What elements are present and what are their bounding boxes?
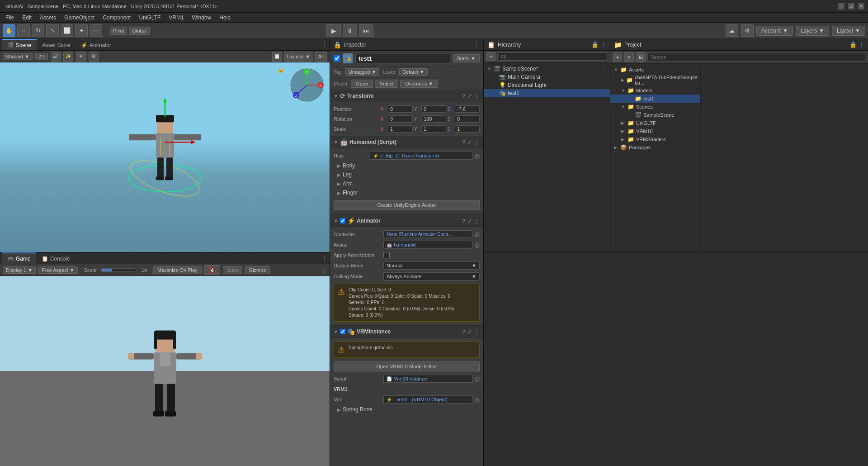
folder-models[interactable]: ▼ 📁 Models [610,86,700,95]
menu-component[interactable]: Component [99,14,134,22]
account-btn[interactable]: Account ▼ [756,26,793,36]
layout-btn[interactable]: Layout ▼ [832,26,865,36]
avatar-ref[interactable]: 🤖 humanoid [383,241,473,249]
vrm-vrm-target-btn[interactable]: ◎ [475,396,480,403]
2d-btn[interactable]: 2D [35,53,48,60]
humanoid-more-btn[interactable]: ⋮ [474,139,480,146]
layer-dropdown[interactable]: Default ▼ [399,68,428,76]
global-btn[interactable]: Global [129,27,150,35]
shading-dropdown[interactable]: Shaded ▼ [3,53,33,60]
minimize-btn[interactable]: ─ [838,3,844,10]
animator-help-btn[interactable]: ? [462,218,465,224]
step-btn[interactable]: ⏭ [359,24,373,37]
humanoid-snap-btn[interactable]: ⤢ [467,139,472,146]
update-mode-dropdown[interactable]: Normal ▼ [383,262,480,270]
tab-animator[interactable]: ⚡ Animator [75,39,117,50]
tab-asset-store[interactable]: Asset Store [37,39,75,50]
folder-vrmshaders[interactable]: ▶ 📁 VRMShaders [610,135,700,143]
animator-section-header[interactable]: ▼ ⚡ Animator ? ⤢ ⋮ [330,215,483,227]
object-name[interactable]: test1 [355,54,450,63]
project-list-view-btn[interactable]: ≡ [624,52,634,62]
scale-y[interactable] [421,125,446,133]
animator-more-btn[interactable]: ⋮ [474,218,480,224]
project-add-btn[interactable]: + [613,52,622,62]
rot-x[interactable] [388,115,413,123]
body-foldout[interactable]: ▶ Body [330,161,483,170]
stats-btn[interactable]: Stats [223,266,242,274]
hips-ref[interactable]: ⚡ J_Bip_C_Hips (Transform) [370,152,473,160]
mute-btn[interactable]: 🔇 [204,265,220,275]
vrm-script-ref[interactable]: 📄 Vrm10Instance [383,375,473,383]
folder-samplescene[interactable]: 🎬 SampleScene [610,111,700,119]
vrm-snap-btn[interactable]: ⤢ [467,328,472,335]
close-btn[interactable]: ✕ [858,3,864,10]
avatar-target-btn[interactable]: ◎ [475,242,480,248]
collab-btn[interactable]: ☁ [726,24,738,37]
inspector-lock-icon[interactable]: 🔒 [334,41,341,48]
static-btn[interactable]: Static ▼ [453,54,480,62]
rot-z[interactable] [455,115,480,123]
spring-bone-foldout[interactable]: ▶ Spring Bone [330,405,483,414]
leg-foldout[interactable]: ▶ Leg [330,170,483,179]
vrm-active-checkbox[interactable] [340,329,345,334]
game-tab-more[interactable]: ⋮ [321,255,328,262]
hierarchy-lock-icon[interactable]: 🔒 [591,41,599,48]
finger-foldout[interactable]: ▶ Finger [330,188,483,197]
maximize-on-play-btn[interactable]: Maximize On Play [153,266,202,274]
create-avatar-btn[interactable]: Create UnityEngine.Avatar [334,200,480,210]
services-btn[interactable]: ⚙ [741,24,754,37]
transform-tool[interactable]: ✦ [75,24,88,37]
tag-dropdown[interactable]: Untagged ▼ [345,68,380,76]
all-dropdown[interactable]: All [315,52,327,62]
rotate-tool[interactable]: ↻ [32,24,44,37]
scale-slider[interactable] [101,268,137,272]
hierarchy-more-icon[interactable]: ⋮ [600,41,606,48]
transform-snap-btn[interactable]: ⤢ [467,93,472,100]
menu-file[interactable]: File [2,14,18,22]
controller-target-btn[interactable]: ◎ [475,231,480,238]
menu-vrm1[interactable]: VRM1 [165,14,187,22]
hierarchy-item-test1[interactable]: 🎭 test1 [484,89,610,97]
transform-more-btn[interactable]: ⋮ [474,93,480,100]
model-select-btn[interactable]: Select [375,80,399,88]
pos-z[interactable] [455,105,480,113]
rect-tool[interactable]: ⬜ [61,24,73,37]
project-more-icon[interactable]: ⋮ [859,41,864,48]
folder-scenes[interactable]: ▼ 📁 Scenes [610,103,700,111]
apply-root-motion-checkbox[interactable] [383,252,390,258]
active-checkbox[interactable] [334,55,340,62]
scale-tool[interactable]: ⤡ [46,24,59,37]
play-btn[interactable]: ▶ [326,24,341,37]
hierarchy-add-btn[interactable]: + [486,52,495,61]
arm-foldout[interactable]: ▶ Arm [330,179,483,188]
folder-vrm10[interactable]: ▶ 📁 VRM10 [610,127,700,135]
menu-edit[interactable]: Edit [19,14,35,22]
hips-target-btn[interactable]: ◎ [475,152,480,159]
animator-snap-btn[interactable]: ⤢ [467,218,472,224]
inspector-more-icon[interactable]: ⋮ [474,41,480,48]
project-search[interactable] [647,53,865,61]
model-overrides-btn[interactable]: Overrides ▼ [400,80,438,88]
vfx-btn[interactable]: ✨ [63,52,73,62]
scale-x[interactable] [388,125,413,133]
layers-icon-btn[interactable]: 📋 [272,52,282,62]
vrm-help-btn[interactable]: ? [462,328,465,335]
audio-btn[interactable]: 🔊 [51,52,61,62]
display-dropdown[interactable]: Display 1 ▼ [3,266,36,274]
rot-y[interactable] [421,115,446,123]
pause-btn[interactable]: ⏸ [343,24,357,37]
project-lock-icon[interactable]: 🔒 [849,41,857,48]
menu-help[interactable]: Help [216,14,234,22]
move-tool[interactable]: ↔ [17,24,30,37]
folder-unigltf[interactable]: ▶ 📁 UniGLTF [610,119,700,127]
maximize-btn[interactable]: □ [848,3,854,10]
vrm-more-btn[interactable]: ⋮ [474,328,480,335]
custom-tool[interactable]: ⋯ [90,24,102,37]
game-view-more[interactable]: ⋮ [321,266,327,274]
samplescene-more-icon[interactable]: ⋮ [601,66,606,72]
lighting-btn[interactable]: ☀ [76,52,86,62]
vrm-vrm-ref[interactable]: ⚡ _vrm1_ (VRM10 Object) [383,395,473,404]
hand-tool[interactable]: ✋ [3,24,15,37]
gizmos-dropdown[interactable]: Gizmos ▼ [284,52,313,62]
culling-mode-dropdown[interactable]: Always Animate ▼ [383,272,480,281]
